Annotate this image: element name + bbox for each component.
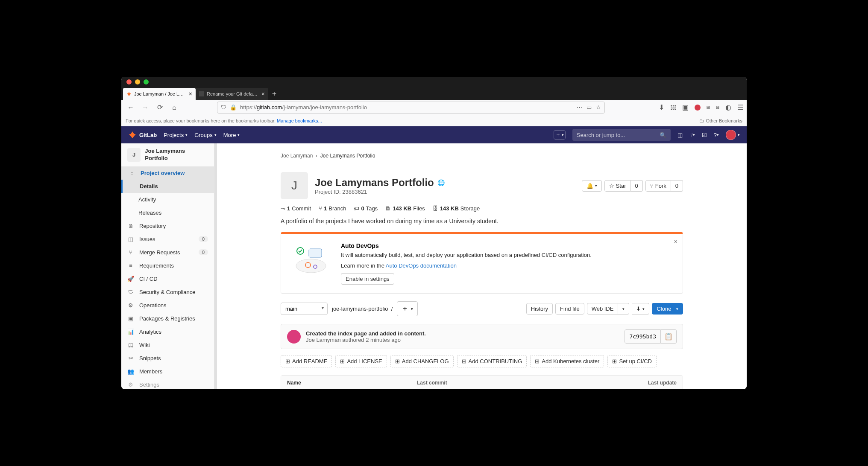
stat-tags[interactable]: 🏷0Tags (354, 205, 378, 212)
sidebar-wiki[interactable]: 🕮Wiki (121, 338, 214, 352)
stat-commits[interactable]: ⊸1Commit (281, 205, 311, 212)
other-bookmarks[interactable]: Other Bookmarks (706, 118, 742, 123)
project-description: A portfolio of the projects I have worke… (281, 218, 683, 224)
bookmark-star-icon[interactable]: ☆ (596, 104, 601, 111)
meatball-icon[interactable]: ⋯ (577, 104, 582, 111)
enable-devops-button[interactable]: Enable in settings (341, 273, 394, 285)
sidebar-issues[interactable]: ◫Issues0 (121, 233, 214, 246)
sidebar-project-name: Joe Lamymans Portfolio (145, 148, 208, 162)
sidebar-requirements[interactable]: ≡Requirements (121, 259, 214, 272)
file-suggestions: ⊞Add README ⊞Add LICENSE ⊞Add CHANGELOG … (281, 355, 683, 367)
ext-icon[interactable]: ⊟ (716, 104, 719, 111)
add-kubernetes-button[interactable]: ⊞Add Kubernetes cluster (530, 355, 604, 367)
add-changelog-button[interactable]: ⊞Add CHANGELOG (390, 355, 454, 367)
clone-button[interactable]: Clone ▾ (652, 303, 683, 315)
home-button[interactable]: ⌂ (168, 102, 180, 114)
window-close[interactable] (126, 79, 132, 84)
folder-icon: 🗀 (699, 118, 704, 123)
breadcrumb-user[interactable]: Joe Lamyman (281, 153, 313, 159)
menu-icon[interactable]: ☰ (737, 103, 743, 111)
repo-path[interactable]: joe-lamymans-portfolio / (332, 306, 393, 312)
branch-selector[interactable]: main (281, 303, 328, 315)
sidebar-activity[interactable]: Activity (121, 193, 214, 206)
sidebar-members[interactable]: 👥Members (121, 365, 214, 378)
window-maximize[interactable] (144, 79, 149, 84)
find-file-button[interactable]: Find file (555, 303, 584, 315)
commit-message[interactable]: Created the index page and added in cont… (306, 330, 426, 337)
package-icon: ▣ (127, 315, 134, 322)
nav-more[interactable]: More▾ (223, 132, 240, 138)
stat-files[interactable]: 🗎143 KBFiles (385, 205, 425, 212)
nav-new-button[interactable]: ＋▾ (554, 130, 566, 140)
web-ide-button[interactable]: Web IDE (587, 303, 619, 315)
stat-branches[interactable]: ⑂1Branch (319, 205, 346, 212)
library-icon[interactable]: 𝍐 (670, 103, 676, 111)
fork-button[interactable]: ⑂Fork (645, 180, 671, 192)
gear-icon: ⚙ (127, 382, 134, 388)
sidebar-releases[interactable]: Releases (121, 206, 214, 219)
project-stats: ⊸1Commit ⑂1Branch 🏷0Tags 🗎143 KBFiles 🗄1… (281, 205, 683, 212)
nav-search-input[interactable]: Search or jump to... 🔍 (572, 129, 671, 141)
tab-close-icon[interactable]: × (189, 90, 192, 97)
nav-groups[interactable]: Groups▾ (194, 132, 217, 138)
commit-sha[interactable]: 7c995bd3 (625, 329, 661, 344)
copy-sha-button[interactable]: 📋 (661, 329, 677, 344)
commit-author-avatar[interactable] (287, 330, 301, 344)
reload-button[interactable]: ⟳ (154, 102, 166, 114)
browser-tab-active[interactable]: Joe Lamyman / Joe Lamymans × (123, 88, 196, 100)
history-button[interactable]: History (526, 303, 553, 315)
close-icon[interactable]: × (674, 238, 677, 245)
download-button[interactable]: ⬇▾ (632, 303, 649, 315)
sidebar-security[interactable]: 🛡Security & Compliance (121, 285, 214, 299)
new-tab-button[interactable]: + (268, 88, 280, 100)
url-bar[interactable]: 🛡 🔒 https://gitlab.com/j-lamyman/joe-lam… (217, 102, 605, 114)
window-minimize[interactable] (135, 79, 140, 84)
nav-issues-icon[interactable]: ◫ (677, 132, 683, 138)
add-readme-button[interactable]: ⊞Add README (281, 355, 332, 367)
sidebar-operations[interactable]: ⚙Operations (121, 299, 214, 312)
manage-bookmarks-link[interactable]: Manage bookmarks... (277, 118, 322, 123)
sidebar-analytics[interactable]: 📊Analytics (121, 325, 214, 338)
devops-doc-link[interactable]: Auto DevOps documentation (386, 262, 457, 269)
project-title: Joe Lamymans Portfolio 🌐 (315, 177, 445, 189)
sidebar-details[interactable]: Details (121, 180, 214, 193)
stat-storage[interactable]: 🗄143 KBStorage (433, 205, 480, 212)
downloads-icon[interactable]: ⬇ (659, 103, 664, 111)
add-license-button[interactable]: ⊞Add LICENSE (335, 355, 387, 367)
tab-close-icon[interactable]: × (261, 90, 265, 97)
nav-projects[interactable]: Projects▾ (164, 132, 188, 138)
sidebar-merge-requests[interactable]: ⑂Merge Requests0 (121, 246, 214, 259)
nav-merge-requests-icon[interactable]: ⑂▾ (689, 132, 695, 138)
ext-icon[interactable]: ◐ (725, 103, 731, 111)
breadcrumb-project[interactable]: Joe Lamymans Portfolio (320, 153, 375, 159)
reader-icon[interactable]: ▭ (586, 104, 592, 111)
gitlab-logo[interactable]: GitLab (128, 131, 157, 139)
sidebar-repository[interactable]: 🗎Repository (121, 219, 214, 233)
sidebar-snippets[interactable]: ✂Snippets (121, 352, 214, 365)
notification-button[interactable]: 🔔▾ (582, 180, 602, 192)
file-icon: 🗎 (385, 205, 391, 212)
file-list: Name Last commit Last update 5index.html… (281, 375, 683, 389)
browser-tab[interactable]: Rename your Git default branch × (196, 88, 268, 100)
devops-illustration (290, 242, 332, 277)
devops-title: Auto DevOps (341, 242, 592, 249)
sidebar-icon[interactable]: ▣ (682, 103, 689, 111)
sidebar-settings[interactable]: ⚙Settings (121, 378, 214, 389)
star-button[interactable]: ☆Star (604, 180, 631, 192)
sidebar-packages[interactable]: ▣Packages & Registries (121, 312, 214, 325)
add-contributing-button[interactable]: ⊞Add CONTRIBUTING (457, 355, 527, 367)
svg-rect-0 (199, 91, 204, 96)
sidebar-project-header[interactable]: J Joe Lamymans Portfolio (121, 143, 214, 166)
nav-help-icon[interactable]: ?▾ (714, 132, 719, 138)
nav-forward-button[interactable]: → (139, 102, 151, 114)
sidebar-project-overview[interactable]: ⌂ Project overview (121, 166, 214, 180)
web-ide-dropdown[interactable]: ▾ (618, 303, 629, 315)
setup-cicd-button[interactable]: ⊞Set up CI/CD (607, 355, 657, 367)
nav-back-button[interactable]: ← (125, 102, 137, 114)
account-icon[interactable] (695, 105, 701, 111)
ext-icon[interactable]: ⊞ (707, 104, 710, 111)
add-file-button[interactable]: ＋▾ (397, 301, 418, 316)
sidebar-cicd[interactable]: 🚀CI / CD (121, 272, 214, 285)
nav-user-avatar[interactable]: ▾ (726, 130, 740, 140)
nav-todos-icon[interactable]: ☑ (702, 132, 707, 138)
